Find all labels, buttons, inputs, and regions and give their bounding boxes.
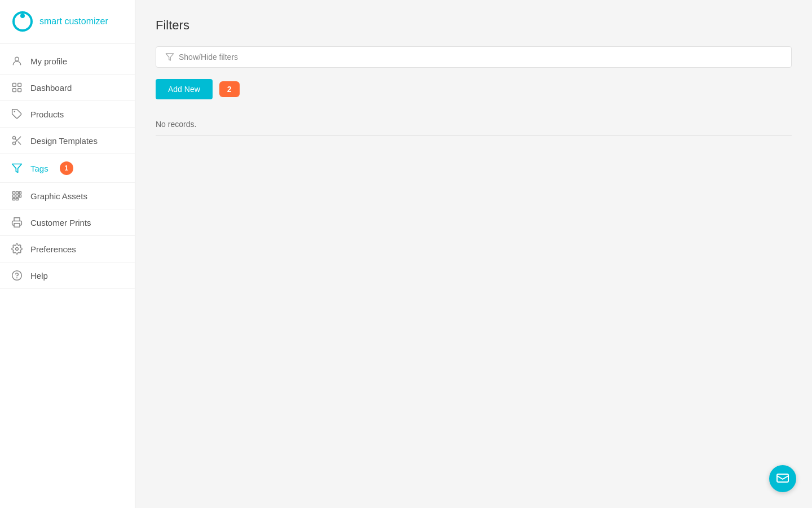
sidebar: smart customizer My profile xyxy=(0,0,135,508)
svg-rect-3 xyxy=(13,84,16,87)
filter-icon xyxy=(11,163,23,174)
svg-rect-18 xyxy=(16,195,18,197)
sidebar-item-design-templates[interactable]: Design Templates xyxy=(0,128,135,154)
sidebar-item-label: Tags xyxy=(30,164,48,173)
filter-count-badge[interactable]: 2 xyxy=(219,81,240,97)
main-content: Filters Show/Hide filters Add New 2 No r… xyxy=(135,0,812,154)
main-area: Filters Show/Hide filters Add New 2 No r… xyxy=(135,0,812,508)
page-title: Filters xyxy=(156,18,792,33)
sidebar-item-customer-prints[interactable]: Customer Prints xyxy=(0,209,135,236)
grid-icon xyxy=(11,190,23,202)
sidebar-item-label: Graphic Assets xyxy=(30,191,87,201)
logo-area[interactable]: smart customizer xyxy=(0,0,135,43)
svg-line-11 xyxy=(18,142,21,144)
sidebar-item-label: Customer Prints xyxy=(30,218,91,227)
svg-marker-13 xyxy=(12,164,22,173)
filter-bar-icon xyxy=(165,52,174,62)
svg-rect-4 xyxy=(18,84,21,87)
svg-rect-19 xyxy=(19,195,21,197)
sidebar-item-label: Design Templates xyxy=(30,136,98,146)
tag-icon xyxy=(11,108,23,120)
scissors-icon xyxy=(11,135,23,146)
sidebar-item-label: Preferences xyxy=(30,244,76,254)
sidebar-item-label: Help xyxy=(30,271,48,281)
svg-rect-20 xyxy=(13,198,15,200)
filter-bar[interactable]: Show/Hide filters xyxy=(156,46,792,68)
brand-name: smart customizer xyxy=(39,16,108,27)
sidebar-item-label: Dashboard xyxy=(30,83,72,93)
svg-rect-5 xyxy=(13,89,16,92)
sidebar-item-preferences[interactable]: Preferences xyxy=(0,236,135,262)
svg-rect-27 xyxy=(777,474,788,482)
svg-point-2 xyxy=(15,57,19,61)
svg-rect-14 xyxy=(13,192,15,194)
sidebar-item-my-profile[interactable]: My profile xyxy=(0,48,135,75)
svg-rect-15 xyxy=(16,192,18,194)
svg-rect-16 xyxy=(19,192,21,194)
sidebar-item-dashboard[interactable]: Dashboard xyxy=(0,75,135,101)
filter-bar-label: Show/Hide filters xyxy=(179,52,238,62)
svg-marker-26 xyxy=(166,54,173,60)
sidebar-item-tags[interactable]: Tags 1 xyxy=(0,154,135,183)
logo-icon xyxy=(11,10,34,33)
person-icon xyxy=(11,55,23,67)
svg-rect-17 xyxy=(13,195,15,197)
no-records-text: No records. xyxy=(156,113,792,136)
nav-list: My profile Dashboard Produ xyxy=(0,43,135,508)
svg-line-12 xyxy=(15,139,17,141)
sidebar-item-graphic-assets[interactable]: Graphic Assets xyxy=(0,183,135,209)
tags-badge: 1 xyxy=(60,161,73,175)
svg-point-7 xyxy=(14,111,16,113)
svg-point-24 xyxy=(12,271,22,281)
svg-rect-22 xyxy=(14,224,20,227)
chat-button[interactable] xyxy=(769,465,796,492)
help-icon xyxy=(11,270,23,281)
gear-icon xyxy=(11,243,23,255)
svg-rect-6 xyxy=(18,89,21,92)
svg-rect-21 xyxy=(16,198,18,200)
actions-row: Add New 2 xyxy=(156,79,792,99)
sidebar-item-products[interactable]: Products xyxy=(0,101,135,128)
svg-point-23 xyxy=(16,248,19,251)
svg-point-1 xyxy=(20,14,25,18)
sidebar-item-help[interactable]: Help xyxy=(0,262,135,289)
dashboard-icon xyxy=(11,82,23,93)
add-new-button[interactable]: Add New xyxy=(156,79,213,99)
chat-icon xyxy=(776,472,789,485)
sidebar-item-label: My profile xyxy=(30,56,67,66)
sidebar-item-label: Products xyxy=(30,110,64,119)
printer-icon xyxy=(11,217,23,228)
